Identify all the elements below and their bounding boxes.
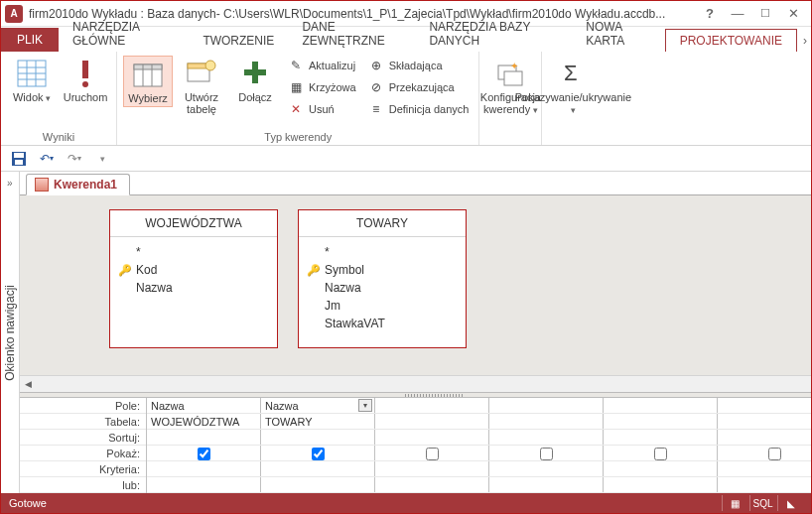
design-canvas[interactable]: WOJEWÓDZTWA * 🔑Kod Nazwa TOWARY * 🔑Symbo… bbox=[20, 195, 812, 392]
maximize-button[interactable] bbox=[751, 3, 779, 25]
grid-cell[interactable]: TOWARY bbox=[261, 414, 375, 429]
view-button[interactable]: Widok bbox=[7, 56, 57, 105]
maketable-label: Utwórz tabelę bbox=[179, 91, 224, 115]
grid-cell[interactable] bbox=[489, 446, 604, 460]
maketable-button[interactable]: Utwórz tabelę bbox=[177, 56, 226, 117]
select-query-button[interactable]: Wybierz bbox=[123, 56, 173, 107]
passthrough-button[interactable]: ⊘Przekazująca bbox=[364, 77, 474, 97]
save-button[interactable] bbox=[9, 149, 29, 169]
grid-cell[interactable] bbox=[261, 477, 375, 492]
grid-cell[interactable] bbox=[718, 461, 812, 476]
grid-cell[interactable] bbox=[604, 398, 718, 413]
canvas-hscroll[interactable]: ◀▶ bbox=[20, 375, 812, 392]
grid-cell[interactable] bbox=[375, 414, 489, 429]
expand-nav-icon[interactable]: » bbox=[7, 178, 13, 189]
grid-cell[interactable] bbox=[604, 430, 718, 445]
grid-cell[interactable] bbox=[261, 461, 375, 476]
show-checkbox[interactable] bbox=[654, 448, 667, 460]
grid-cell[interactable] bbox=[718, 446, 812, 460]
tab-external[interactable]: DANE ZEWNĘTRZNE bbox=[288, 16, 415, 52]
showhide-button[interactable]: Σ Pokazywanie/ukrywanie bbox=[548, 56, 598, 117]
grid-cell[interactable] bbox=[261, 446, 375, 460]
tab-design[interactable]: PROJEKTOWANIE bbox=[665, 29, 797, 52]
view-sql-button[interactable]: SQL bbox=[749, 495, 775, 511]
tab-create[interactable]: TWORZENIE bbox=[189, 30, 288, 52]
svg-rect-9 bbox=[134, 64, 162, 69]
grid-cell[interactable] bbox=[489, 477, 604, 492]
append-button[interactable]: Dołącz bbox=[230, 56, 280, 105]
grid-cell[interactable] bbox=[261, 430, 375, 445]
grid-cell[interactable] bbox=[718, 477, 812, 492]
redo-button[interactable]: ↷ ▾ bbox=[65, 149, 84, 169]
field-symbol[interactable]: 🔑Symbol bbox=[307, 261, 458, 279]
tab-home[interactable]: NARZĘDZIA GŁÓWNE bbox=[59, 16, 189, 52]
field-nazwa[interactable]: Nazwa bbox=[118, 279, 269, 297]
field-star[interactable]: * bbox=[307, 243, 458, 261]
update-button[interactable]: ✎Aktualizuj bbox=[284, 56, 360, 75]
run-button[interactable]: Uruchom bbox=[61, 56, 110, 105]
grid-cell[interactable] bbox=[718, 398, 812, 413]
grid-cell[interactable] bbox=[489, 414, 604, 429]
undo-button[interactable]: ↶ ▾ bbox=[37, 149, 57, 169]
grid-cell[interactable] bbox=[718, 430, 812, 445]
document-tabs: Kwerenda1 ✕ bbox=[20, 172, 812, 195]
field-jm[interactable]: Jm bbox=[307, 297, 458, 315]
status-ready: Gotowe bbox=[9, 497, 47, 509]
grid-cell[interactable] bbox=[604, 414, 718, 429]
grid-cell[interactable]: Nazwa bbox=[147, 398, 261, 413]
grid-cell[interactable] bbox=[604, 446, 718, 460]
table-towary[interactable]: TOWARY * 🔑Symbol Nazwa Jm StawkaVAT bbox=[298, 209, 467, 348]
help-button[interactable] bbox=[696, 3, 724, 25]
ribbon-scroll-right-icon[interactable]: › bbox=[799, 30, 811, 52]
tab-file[interactable]: PLIK bbox=[1, 28, 59, 52]
crosstab-button[interactable]: ▦Krzyżowa bbox=[284, 77, 360, 97]
grid-cell[interactable] bbox=[718, 414, 812, 429]
grid-cell[interactable] bbox=[604, 461, 718, 476]
show-checkbox[interactable] bbox=[312, 448, 325, 460]
grid-cell[interactable] bbox=[375, 398, 489, 413]
view-datasheet-button[interactable]: ▦ bbox=[722, 495, 747, 511]
close-button[interactable] bbox=[779, 3, 807, 25]
svg-rect-18 bbox=[504, 71, 522, 85]
grid-cell[interactable] bbox=[147, 446, 261, 460]
grid-row-pole: NazwaNazwa▾ bbox=[147, 398, 812, 414]
minimize-button[interactable] bbox=[724, 3, 751, 25]
view-design-button[interactable]: ◣ bbox=[777, 495, 803, 511]
grid-cell[interactable] bbox=[147, 477, 261, 492]
tab-newtab[interactable]: Nowa karta bbox=[572, 16, 664, 52]
tab-dbtools[interactable]: NARZĘDZIA BAZY DANYCH bbox=[415, 16, 572, 52]
grid-cell[interactable] bbox=[147, 430, 261, 445]
grid-cell[interactable] bbox=[489, 430, 604, 445]
table-wojewodztwa[interactable]: WOJEWÓDZTWA * 🔑Kod Nazwa bbox=[109, 209, 278, 348]
qat-customize-button[interactable]: ▾ bbox=[92, 149, 112, 169]
field-nazwa[interactable]: Nazwa bbox=[307, 279, 458, 297]
svg-text:✦: ✦ bbox=[510, 61, 518, 71]
grid-row-kryteria bbox=[147, 461, 812, 477]
show-checkbox[interactable] bbox=[198, 448, 210, 460]
field-star[interactable]: * bbox=[118, 243, 269, 261]
grid-cell[interactable] bbox=[375, 446, 489, 460]
show-checkbox[interactable] bbox=[768, 448, 781, 460]
grid-cell[interactable] bbox=[604, 477, 718, 492]
grid-cell[interactable]: WOJEWÓDZTWA bbox=[147, 414, 261, 429]
grid-cell[interactable] bbox=[375, 477, 489, 492]
union-button[interactable]: ⊕Składająca bbox=[364, 56, 474, 75]
doc-tab-query1[interactable]: Kwerenda1 bbox=[26, 174, 130, 195]
grid-cell[interactable]: Nazwa▾ bbox=[261, 398, 375, 413]
nav-pane-collapsed[interactable]: » Okienko nawigacji bbox=[1, 172, 20, 493]
grid-cell[interactable] bbox=[489, 461, 604, 476]
datadef-button[interactable]: ≡Definicja danych bbox=[364, 99, 474, 119]
grid-cell[interactable] bbox=[375, 461, 489, 476]
grid-cell[interactable] bbox=[147, 461, 261, 476]
grid-cell[interactable] bbox=[375, 430, 489, 445]
label-pole: Pole: bbox=[20, 398, 146, 414]
delete-button[interactable]: ✕Usuń bbox=[284, 99, 360, 119]
document-area: » Okienko nawigacji Kwerenda1 ✕ WOJEWÓDZ… bbox=[1, 172, 811, 493]
show-checkbox[interactable] bbox=[540, 448, 553, 460]
show-checkbox[interactable] bbox=[426, 448, 439, 460]
field-stawkavat[interactable]: StawkaVAT bbox=[307, 315, 458, 332]
grid-cell[interactable] bbox=[489, 398, 604, 413]
quick-access-toolbar: ↶ ▾ ↷ ▾ ▾ bbox=[1, 146, 811, 172]
dropdown-icon[interactable]: ▾ bbox=[358, 399, 372, 412]
field-kod[interactable]: 🔑Kod bbox=[118, 261, 269, 279]
